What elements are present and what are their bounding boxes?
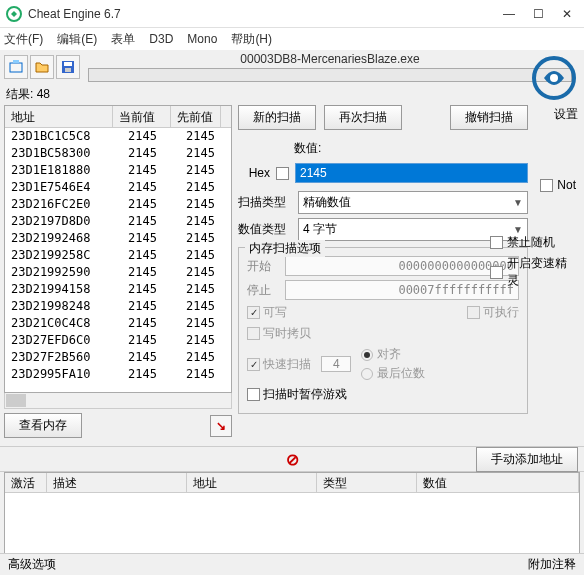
svg-rect-5 bbox=[65, 68, 71, 72]
value-label-top: 数值: bbox=[294, 140, 321, 157]
table-row[interactable]: 23D2995FA1021452145 bbox=[5, 366, 231, 383]
table-row[interactable]: 23D2199258C21452145 bbox=[5, 247, 231, 264]
table-row[interactable]: 23D2199824821452145 bbox=[5, 298, 231, 315]
cheat-engine-logo-icon[interactable] bbox=[530, 54, 578, 102]
memory-scan-options-group: 内存扫描选项 开始 停止 可写 可执行 写时拷贝 快速扫描 对齐 bbox=[238, 247, 528, 414]
table-row[interactable]: 23D2199259021452145 bbox=[5, 264, 231, 281]
divider: ⊘ 手动添加地址 bbox=[0, 446, 584, 472]
table-row[interactable]: 23D2197D8D021452145 bbox=[5, 213, 231, 230]
add-to-list-button[interactable]: ↘ bbox=[210, 415, 232, 437]
menu-mono[interactable]: Mono bbox=[187, 32, 217, 46]
attach-comment-link[interactable]: 附加注释 bbox=[528, 556, 576, 573]
table-row[interactable]: 23D1BC5830021452145 bbox=[5, 145, 231, 162]
scan-type-label: 扫描类型 bbox=[238, 194, 292, 211]
fast-scan-checkbox bbox=[247, 358, 260, 371]
close-button[interactable]: ✕ bbox=[562, 7, 572, 21]
manual-add-button[interactable]: 手动添加地址 bbox=[476, 447, 578, 472]
settings-label[interactable]: 设置 bbox=[554, 106, 578, 123]
not-label: Not bbox=[557, 178, 576, 192]
horizontal-scrollbar[interactable] bbox=[4, 393, 232, 409]
speedhack-checkbox[interactable] bbox=[490, 266, 503, 279]
undo-scan-button[interactable]: 撤销扫描 bbox=[450, 105, 528, 130]
svg-rect-1 bbox=[10, 63, 22, 72]
prohibit-icon[interactable]: ⊘ bbox=[286, 450, 299, 469]
menu-d3d[interactable]: D3D bbox=[149, 32, 173, 46]
open-process-button[interactable] bbox=[4, 55, 28, 79]
stop-label: 停止 bbox=[247, 282, 277, 299]
new-scan-button[interactable]: 新的扫描 bbox=[238, 105, 316, 130]
value-input[interactable] bbox=[295, 163, 528, 183]
copy-on-write-checkbox bbox=[247, 327, 260, 340]
col-type[interactable]: 类型 bbox=[317, 473, 417, 492]
menu-file[interactable]: 文件(F) bbox=[4, 31, 43, 48]
col-header-address[interactable]: 地址 bbox=[5, 106, 113, 127]
view-memory-button[interactable]: 查看内存 bbox=[4, 413, 82, 438]
col-address[interactable]: 地址 bbox=[187, 473, 317, 492]
results-count-label: 结果: 48 bbox=[0, 84, 584, 105]
disable-random-checkbox[interactable] bbox=[490, 236, 503, 249]
table-row[interactable]: 23D1E7546E421452145 bbox=[5, 179, 231, 196]
table-row[interactable]: 23D27F2B56021452145 bbox=[5, 349, 231, 366]
open-file-button[interactable] bbox=[30, 55, 54, 79]
menu-edit[interactable]: 编辑(E) bbox=[57, 31, 97, 48]
col-activate[interactable]: 激活 bbox=[5, 473, 47, 492]
start-address-input[interactable] bbox=[285, 256, 519, 276]
results-table: 地址 当前值 先前值 23D1BC1C5C82145214523D1BC5830… bbox=[4, 105, 232, 393]
table-row[interactable]: 23D216FC2E021452145 bbox=[5, 196, 231, 213]
col-header-previous[interactable]: 先前值 bbox=[171, 106, 221, 127]
writable-checkbox bbox=[247, 306, 260, 319]
start-label: 开始 bbox=[247, 258, 277, 275]
col-description[interactable]: 描述 bbox=[47, 473, 187, 492]
not-checkbox[interactable] bbox=[540, 179, 553, 192]
table-row[interactable]: 23D21C0C4C821452145 bbox=[5, 315, 231, 332]
window-title: Cheat Engine 6.7 bbox=[28, 7, 503, 21]
table-row[interactable]: 23D27EFD6C021452145 bbox=[5, 332, 231, 349]
menu-table[interactable]: 表单 bbox=[111, 31, 135, 48]
menu-help[interactable]: 帮助(H) bbox=[231, 31, 272, 48]
last-digits-radio bbox=[361, 368, 373, 380]
maximize-button[interactable]: ☐ bbox=[533, 7, 544, 21]
scan-type-dropdown[interactable]: 精确数值▼ bbox=[298, 191, 528, 214]
hex-label: Hex bbox=[238, 166, 270, 180]
fast-scan-value-input[interactable] bbox=[321, 356, 351, 372]
table-row[interactable]: 23D1BC1C5C821452145 bbox=[5, 128, 231, 145]
stop-address-input[interactable] bbox=[285, 280, 519, 300]
svg-rect-2 bbox=[13, 60, 19, 63]
titlebar: Cheat Engine 6.7 — ☐ ✕ bbox=[0, 0, 584, 28]
status-bar: 高级选项 附加注释 bbox=[0, 553, 584, 575]
table-row[interactable]: 23D2199246821452145 bbox=[5, 230, 231, 247]
col-header-current[interactable]: 当前值 bbox=[113, 106, 171, 127]
svg-point-7 bbox=[550, 74, 558, 82]
app-logo-icon bbox=[6, 6, 22, 22]
value-type-label: 数值类型 bbox=[238, 221, 292, 238]
process-name-label: 00003DB8-MercenariesBlaze.exe bbox=[88, 52, 572, 66]
advanced-options-link[interactable]: 高级选项 bbox=[8, 556, 56, 573]
hex-checkbox[interactable] bbox=[276, 167, 289, 180]
minimize-button[interactable]: — bbox=[503, 7, 515, 21]
table-row[interactable]: 23D2199415821452145 bbox=[5, 281, 231, 298]
group-title: 内存扫描选项 bbox=[245, 240, 325, 257]
executable-checkbox bbox=[467, 306, 480, 319]
col-value[interactable]: 数值 bbox=[417, 473, 579, 492]
save-button[interactable] bbox=[56, 55, 80, 79]
next-scan-button[interactable]: 再次扫描 bbox=[324, 105, 402, 130]
svg-rect-4 bbox=[64, 62, 72, 66]
pause-game-checkbox[interactable] bbox=[247, 388, 260, 401]
table-row[interactable]: 23D1E18188021452145 bbox=[5, 162, 231, 179]
toolbar: 00003DB8-MercenariesBlaze.exe bbox=[0, 50, 584, 84]
alignment-radio bbox=[361, 349, 373, 361]
menubar: 文件(F) 编辑(E) 表单 D3D Mono 帮助(H) bbox=[0, 28, 584, 50]
progress-bar bbox=[88, 68, 572, 82]
